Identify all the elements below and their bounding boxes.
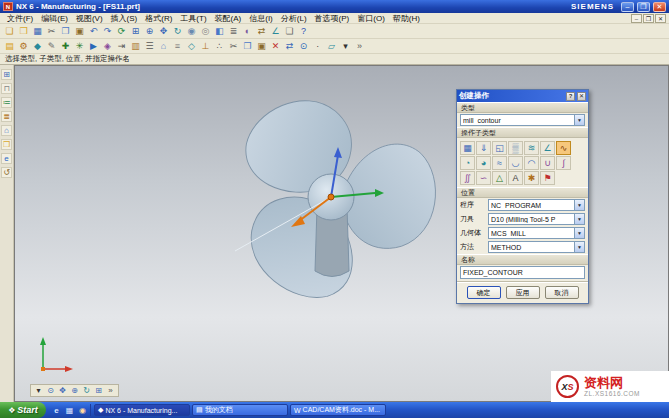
- menu-information[interactable]: 信息(I): [245, 13, 277, 24]
- cavity-mill-icon[interactable]: ▦: [460, 141, 475, 155]
- menu-analysis[interactable]: 分析(L): [277, 13, 311, 24]
- dropdown-arrow-icon[interactable]: ▼: [574, 242, 584, 252]
- layer-settings-icon[interactable]: ≣: [227, 25, 240, 38]
- rotate-icon[interactable]: ↻: [171, 25, 184, 38]
- tool-view-icon[interactable]: ⊥: [199, 40, 212, 53]
- fixed-contour-icon[interactable]: ∿: [556, 141, 571, 155]
- fit-view-icon[interactable]: ⊞: [129, 25, 142, 38]
- help-icon[interactable]: ?: [297, 25, 310, 38]
- zoom-view-icon[interactable]: ⊕: [69, 385, 80, 396]
- taskbar-task-nx[interactable]: ◆ NX 6 - Manufacturing...: [94, 404, 190, 416]
- minimize-button[interactable]: –: [621, 2, 634, 12]
- restore-button[interactable]: ❐: [637, 2, 650, 12]
- post-process-icon[interactable]: ⇥: [115, 40, 128, 53]
- child-close-button[interactable]: ✕: [655, 14, 666, 23]
- generate-toolpath-icon[interactable]: ✳: [73, 40, 86, 53]
- type-combo[interactable]: mill_contour ▼: [460, 114, 585, 126]
- show-hide-icon[interactable]: ◐: [241, 25, 254, 38]
- menu-preferences[interactable]: 首选项(P): [311, 13, 354, 24]
- window-cascade-icon[interactable]: ❏: [283, 25, 296, 38]
- flowcut-ref-tool-icon[interactable]: ∬: [460, 171, 475, 185]
- contour-area-non-steep-icon[interactable]: ◡: [508, 156, 523, 170]
- selection-filter-icon[interactable]: ▾: [33, 385, 44, 396]
- zlevel-profile-icon[interactable]: ≋: [524, 141, 539, 155]
- media-player-icon[interactable]: ◉: [77, 405, 88, 416]
- selection-filter-icon[interactable]: ▾: [339, 40, 352, 53]
- history-tab[interactable]: ↺: [1, 167, 12, 178]
- open-file-icon[interactable]: ❒: [17, 25, 30, 38]
- verify-toolpath-icon[interactable]: ◈: [101, 40, 114, 53]
- create-method-icon[interactable]: ✎: [45, 40, 58, 53]
- contour-area-dir-steep-icon[interactable]: ◠: [524, 156, 539, 170]
- dropdown-arrow-icon[interactable]: ▼: [574, 115, 584, 125]
- triad-origin-handle[interactable]: [328, 194, 334, 200]
- rest-milling-icon[interactable]: ▒: [508, 141, 523, 155]
- contour-surface-area-icon[interactable]: ◕: [476, 156, 491, 170]
- cut-icon[interactable]: ✂: [45, 25, 58, 38]
- machine-tool-navigator-tab[interactable]: ⌂: [1, 125, 12, 136]
- reuse-library-tab[interactable]: ❒: [1, 139, 12, 150]
- propeller-model[interactable]: [151, 89, 461, 319]
- redo-icon[interactable]: ↷: [101, 25, 114, 38]
- child-restore-button[interactable]: ❐: [643, 14, 654, 23]
- undo-icon[interactable]: ↶: [87, 25, 100, 38]
- cancel-button[interactable]: 取消: [545, 286, 579, 299]
- streamline-icon[interactable]: ≈: [492, 156, 507, 170]
- dialog-close-button[interactable]: ✕: [577, 92, 586, 101]
- operation-name-input[interactable]: FIXED_CONTOUR: [460, 266, 585, 279]
- point-constructor-icon[interactable]: ∙: [311, 40, 324, 53]
- profile-3d-icon[interactable]: △: [492, 171, 507, 185]
- menu-help[interactable]: 帮助(H): [389, 13, 424, 24]
- assembly-navigator-tab[interactable]: ⊞: [1, 69, 12, 80]
- save-icon[interactable]: ▦: [31, 25, 44, 38]
- orient-view-icon[interactable]: ◧: [213, 25, 226, 38]
- create-geometry-icon[interactable]: ◆: [31, 40, 44, 53]
- start-button[interactable]: ❖ Start: [0, 402, 46, 418]
- pan-icon[interactable]: ✥: [157, 25, 170, 38]
- paste-icon[interactable]: ▣: [73, 25, 86, 38]
- copy-icon[interactable]: ❐: [59, 25, 72, 38]
- pan-view-icon[interactable]: ✥: [57, 385, 68, 396]
- move-object-icon[interactable]: ⇄: [255, 25, 268, 38]
- constraint-navigator-tab[interactable]: ⊓: [1, 83, 12, 94]
- mill-control-icon[interactable]: ⚑: [540, 171, 555, 185]
- program-order-view-icon[interactable]: ≡: [171, 40, 184, 53]
- fit-view-icon[interactable]: ⊞: [93, 385, 104, 396]
- dialog-help-button[interactable]: ?: [566, 92, 575, 101]
- create-program-icon[interactable]: ▤: [3, 40, 16, 53]
- rotate-view-icon[interactable]: ↻: [81, 385, 92, 396]
- menu-edit[interactable]: 编辑(E): [37, 13, 72, 24]
- flowcut-smooth-icon[interactable]: ∽: [476, 171, 491, 185]
- taskbar-task-documents[interactable]: ▤ 我的文档: [192, 404, 288, 416]
- method-view-icon[interactable]: ∴: [213, 40, 226, 53]
- corner-rough-icon[interactable]: ◱: [492, 141, 507, 155]
- dropdown-arrow-icon[interactable]: ▼: [574, 228, 584, 238]
- contour-area-icon[interactable]: ◔: [460, 156, 475, 170]
- operation-navigator-tab[interactable]: ≣: [1, 111, 12, 122]
- part-navigator-tab[interactable]: ≔: [1, 97, 12, 108]
- zlevel-corner-icon[interactable]: ∠: [540, 141, 555, 155]
- menu-file[interactable]: 文件(F): [3, 13, 37, 24]
- dropdown-arrow-icon[interactable]: ▼: [574, 214, 584, 224]
- plunge-milling-icon[interactable]: ⇓: [476, 141, 491, 155]
- name-section-header[interactable]: 名称: [457, 254, 588, 265]
- object-paste-icon[interactable]: ▣: [255, 40, 268, 53]
- list-output-icon[interactable]: ☰: [143, 40, 156, 53]
- apply-button[interactable]: 应用: [506, 286, 540, 299]
- geometry-view-icon[interactable]: ◇: [185, 40, 198, 53]
- view-menu-icon[interactable]: »: [105, 385, 116, 396]
- menu-window[interactable]: 窗口(O): [353, 13, 389, 24]
- menu-view[interactable]: 视图(V): [72, 13, 107, 24]
- menu-insert[interactable]: 插入(S): [107, 13, 142, 24]
- flowcut-single-icon[interactable]: ∪: [540, 156, 555, 170]
- shaded-view-icon[interactable]: ◉: [185, 25, 198, 38]
- replay-toolpath-icon[interactable]: ▶: [87, 40, 100, 53]
- object-transform-icon[interactable]: ⇄: [283, 40, 296, 53]
- internet-explorer-icon[interactable]: e: [51, 405, 62, 416]
- object-delete-icon[interactable]: ✕: [269, 40, 282, 53]
- datum-plane-icon[interactable]: ▱: [325, 40, 338, 53]
- ok-button[interactable]: 确定: [467, 286, 501, 299]
- method-combo[interactable]: METHOD ▼: [488, 241, 585, 253]
- flowcut-multiple-icon[interactable]: ∫: [556, 156, 571, 170]
- subtype-section-header[interactable]: 操作子类型: [457, 127, 588, 138]
